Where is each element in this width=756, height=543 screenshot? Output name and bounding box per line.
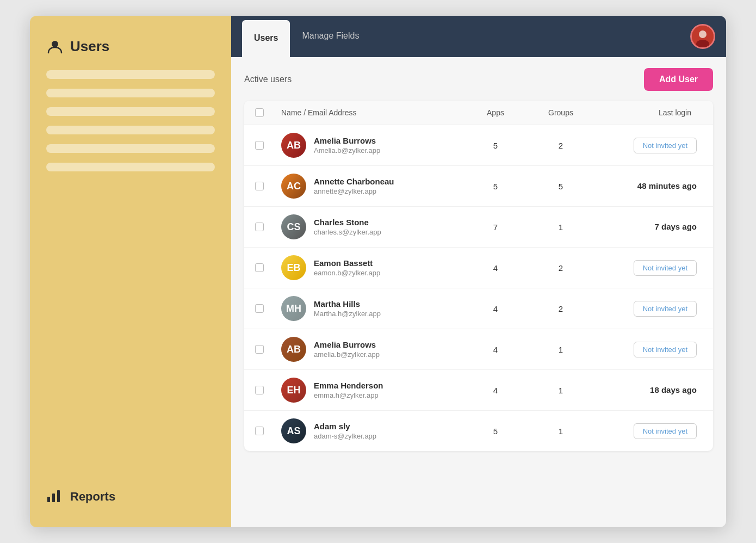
apps-count: 4 (463, 386, 528, 395)
avatar: AB (281, 133, 306, 158)
svg-point-5 (699, 30, 707, 38)
sidebar-menu-item[interactable] (46, 126, 215, 134)
row-checkbox[interactable] (255, 223, 264, 231)
avatar: MH (281, 296, 306, 321)
reports-icon (46, 488, 64, 505)
apps-count: 4 (463, 304, 528, 313)
apps-count: 4 (463, 263, 528, 273)
user-name: Annette Charboneau (314, 177, 394, 186)
apps-count: 7 (463, 223, 528, 232)
last-login-cell: 48 minutes ago (593, 181, 702, 191)
sidebar: Users Reports (30, 16, 231, 527)
table-row: MH Martha Hills Martha.h@zylker.app 4 2 … (244, 288, 713, 329)
last-login-text: 18 days ago (650, 385, 697, 394)
active-users-label: Active users (244, 75, 292, 84)
svg-rect-1 (47, 497, 50, 502)
user-name: Adam sly (314, 422, 376, 431)
user-info: Emma Henderson emma.h@zylker.app (314, 381, 383, 399)
sidebar-users-title[interactable]: Users (46, 38, 215, 55)
last-login-text: 48 minutes ago (637, 181, 697, 190)
table-body: AB Amelia Burrows Amelia.b@zylker.app 5 … (244, 125, 713, 451)
not-invited-badge[interactable]: Not invited yet (634, 260, 697, 276)
page-header: Active users Add User (244, 68, 713, 91)
not-invited-badge[interactable]: Not invited yet (634, 138, 697, 153)
svg-point-0 (52, 41, 58, 47)
users-icon (46, 38, 64, 55)
user-name: Charles Stone (314, 218, 381, 227)
avatar: AC (281, 174, 306, 199)
user-email: adam-s@zylker.app (314, 432, 376, 440)
row-checkbox[interactable] (255, 304, 264, 313)
avatar: AS (281, 418, 306, 443)
sidebar-reports[interactable]: Reports (46, 488, 215, 505)
apps-count: 5 (463, 182, 528, 191)
last-login-cell: Not invited yet (593, 260, 702, 276)
tab-manage-fields[interactable]: Manage Fields (290, 16, 371, 57)
last-login-cell: 7 days ago (593, 222, 702, 232)
add-user-button[interactable]: Add User (644, 68, 713, 91)
sidebar-menu-item[interactable] (46, 107, 215, 116)
sidebar-menu-item[interactable] (46, 144, 215, 153)
table-row: CS Charles Stone charles.s@zylker.app 7 … (244, 207, 713, 248)
user-cell: MH Martha Hills Martha.h@zylker.app (281, 296, 463, 321)
groups-count: 5 (528, 182, 593, 191)
row-checkbox[interactable] (255, 141, 264, 150)
table-row: EB Eamon Bassett eamon.b@zylker.app 4 2 … (244, 248, 713, 288)
user-info: Adam sly adam-s@zylker.app (314, 422, 376, 440)
last-login-text: 7 days ago (654, 222, 697, 231)
user-email: charles.s@zylker.app (314, 228, 381, 236)
sidebar-menu (46, 70, 215, 171)
last-login-cell: Not invited yet (593, 342, 702, 357)
row-checkbox[interactable] (255, 386, 264, 394)
user-cell: AS Adam sly adam-s@zylker.app (281, 418, 463, 443)
groups-count: 1 (528, 386, 593, 395)
row-checkbox[interactable] (255, 263, 264, 272)
sidebar-menu-item[interactable] (46, 163, 215, 171)
user-info: Martha Hills Martha.h@zylker.app (314, 299, 381, 318)
tab-users[interactable]: Users (242, 20, 290, 57)
user-email: amelia.b@zylker.app (314, 350, 380, 359)
avatar[interactable] (690, 24, 715, 49)
row-checkbox[interactable] (255, 182, 264, 190)
user-email: emma.h@zylker.app (314, 391, 383, 399)
avatar: AB (281, 337, 306, 362)
main-content: Users Manage Fields Active users Add Use… (231, 16, 726, 527)
row-checkbox[interactable] (255, 345, 264, 354)
user-name: Martha Hills (314, 299, 381, 308)
table-row: AC Annette Charboneau annette@zylker.app… (244, 166, 713, 207)
row-checkbox[interactable] (255, 427, 264, 435)
table-row: AS Adam sly adam-s@zylker.app 5 1 Not in… (244, 411, 713, 451)
user-cell: EH Emma Henderson emma.h@zylker.app (281, 378, 463, 403)
table-row: EH Emma Henderson emma.h@zylker.app 4 1 … (244, 370, 713, 411)
groups-count: 1 (528, 223, 593, 232)
not-invited-badge[interactable]: Not invited yet (634, 342, 697, 357)
user-email: eamon.b@zylker.app (314, 269, 380, 277)
user-info: Amelia Burrows amelia.b@zylker.app (314, 340, 380, 359)
user-name: Amelia Burrows (314, 136, 380, 145)
sidebar-menu-item[interactable] (46, 89, 215, 97)
user-email: annette@zylker.app (314, 187, 394, 195)
table-row: AB Amelia Burrows Amelia.b@zylker.app 5 … (244, 125, 713, 166)
user-name: Amelia Burrows (314, 340, 380, 349)
not-invited-badge[interactable]: Not invited yet (634, 423, 697, 439)
user-name: Eamon Bassett (314, 258, 380, 268)
topbar-tabs: Users Manage Fields (242, 16, 371, 57)
groups-count: 2 (528, 304, 593, 313)
sidebar-menu-item[interactable] (46, 70, 215, 79)
col-last-login: Last login (593, 108, 702, 117)
user-cell: AB Amelia Burrows amelia.b@zylker.app (281, 337, 463, 362)
not-invited-badge[interactable]: Not invited yet (634, 301, 697, 317)
apps-count: 4 (463, 345, 528, 354)
last-login-cell: Not invited yet (593, 423, 702, 439)
groups-count: 1 (528, 427, 593, 436)
col-name: Name / Email Address (281, 108, 463, 117)
user-email: Martha.h@zylker.app (314, 310, 381, 318)
last-login-cell: Not invited yet (593, 301, 702, 317)
user-info: Amelia Burrows Amelia.b@zylker.app (314, 136, 380, 155)
page-content: Active users Add User Name / Email Addre… (231, 57, 726, 527)
table-row: AB Amelia Burrows amelia.b@zylker.app 4 … (244, 329, 713, 370)
col-apps: Apps (463, 108, 528, 117)
user-email: Amelia.b@zylker.app (314, 146, 380, 155)
user-cell: CS Charles Stone charles.s@zylker.app (281, 214, 463, 239)
select-all-checkbox[interactable] (255, 108, 264, 117)
